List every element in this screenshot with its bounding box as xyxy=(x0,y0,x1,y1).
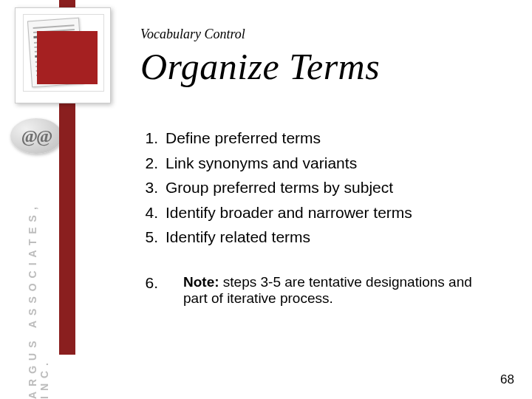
list-text: Link synonyms and variants xyxy=(166,151,510,175)
list-item: 5. Identify related terms xyxy=(140,225,510,249)
note-body: Note: steps 3-5 are tentative designatio… xyxy=(166,274,510,307)
list-text: Identify related terms xyxy=(166,225,510,249)
content: Vocabulary Control Organize Terms 1. Def… xyxy=(140,27,510,307)
sidebar: @@ ARGUS ASSOCIATES, INC. xyxy=(0,0,74,399)
list-number: 3. xyxy=(140,176,166,200)
note-label: Note: xyxy=(183,274,219,290)
logo-art xyxy=(23,14,104,92)
list-item: 4. Identify broader and narrower terms xyxy=(140,201,510,225)
page-number: 68 xyxy=(500,372,514,387)
list-text: Define preferred terms xyxy=(166,126,510,150)
steps-list: 1. Define preferred terms 2. Link synony… xyxy=(140,126,510,249)
kicker: Vocabulary Control xyxy=(140,27,510,42)
logo-block xyxy=(15,7,111,103)
list-text: Group preferred terms by subject xyxy=(166,176,510,200)
list-number: 4. xyxy=(140,201,166,225)
note-text: steps 3-5 are tentative designations and… xyxy=(183,274,472,306)
at-badge-icon: @@ xyxy=(10,118,62,154)
company-name: ARGUS ASSOCIATES, INC. xyxy=(27,164,50,399)
list-text: Identify broader and narrower terms xyxy=(166,201,510,225)
logo-red-square xyxy=(37,31,98,84)
list-item: 3. Group preferred terms by subject xyxy=(140,176,510,200)
list-item: 2. Link synonyms and variants xyxy=(140,151,510,175)
list-number: 5. xyxy=(140,225,166,249)
list-number: 1. xyxy=(140,126,166,150)
slide-title: Organize Terms xyxy=(140,45,510,88)
note-block: 6. Note: steps 3-5 are tentative designa… xyxy=(140,274,510,307)
note-number: 6. xyxy=(140,274,166,307)
list-number: 2. xyxy=(140,151,166,175)
list-item: 1. Define preferred terms xyxy=(140,126,510,150)
